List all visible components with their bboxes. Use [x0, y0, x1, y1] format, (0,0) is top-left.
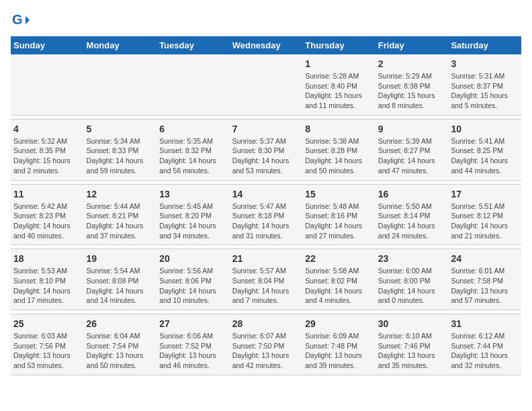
day-number: 11 [13, 189, 81, 199]
day-info: Sunrise: 5:41 AM Sunset: 8:25 PM Dayligh… [451, 136, 519, 176]
day-info: Sunrise: 5:34 AM Sunset: 8:33 PM Dayligh… [87, 136, 154, 176]
day-cell [230, 54, 303, 115]
day-cell: 13Sunrise: 5:45 AM Sunset: 8:20 PM Dayli… [157, 184, 230, 245]
day-info: Sunrise: 5:53 AM Sunset: 8:10 PM Dayligh… [13, 266, 81, 306]
day-info: Sunrise: 6:04 AM Sunset: 7:54 PM Dayligh… [87, 331, 154, 371]
day-number: 3 [451, 58, 519, 69]
day-info: Sunrise: 6:06 AM Sunset: 7:52 PM Dayligh… [159, 331, 227, 371]
day-cell: 25Sunrise: 6:03 AM Sunset: 7:56 PM Dayli… [11, 314, 84, 375]
day-info: Sunrise: 6:10 AM Sunset: 7:46 PM Dayligh… [378, 331, 446, 371]
day-number: 26 [87, 318, 154, 329]
day-cell: 27Sunrise: 6:06 AM Sunset: 7:52 PM Dayli… [157, 314, 230, 375]
day-info: Sunrise: 6:09 AM Sunset: 7:48 PM Dayligh… [305, 331, 373, 371]
day-info: Sunrise: 6:00 AM Sunset: 8:00 PM Dayligh… [378, 266, 446, 306]
day-number: 18 [13, 253, 81, 264]
day-cell: 19Sunrise: 5:54 AM Sunset: 8:08 PM Dayli… [84, 249, 157, 310]
day-number: 29 [305, 318, 373, 329]
day-cell: 10Sunrise: 5:41 AM Sunset: 8:25 PM Dayli… [448, 119, 521, 180]
day-number: 6 [159, 124, 227, 134]
day-cell: 7Sunrise: 5:37 AM Sunset: 8:30 PM Daylig… [230, 119, 303, 180]
header-day-sunday: Sunday [11, 36, 84, 54]
day-cell: 22Sunrise: 5:58 AM Sunset: 8:02 PM Dayli… [302, 249, 375, 310]
day-info: Sunrise: 5:35 AM Sunset: 8:32 PM Dayligh… [159, 136, 227, 176]
day-cell: 12Sunrise: 5:44 AM Sunset: 8:21 PM Dayli… [84, 184, 157, 245]
page-header: G [11, 11, 521, 30]
day-cell: 28Sunrise: 6:07 AM Sunset: 7:50 PM Dayli… [230, 314, 303, 375]
logo-icon: G [11, 11, 30, 30]
day-number: 20 [159, 253, 227, 264]
week-row-1: 1Sunrise: 5:28 AM Sunset: 8:40 PM Daylig… [11, 54, 521, 115]
day-info: Sunrise: 5:58 AM Sunset: 8:02 PM Dayligh… [305, 266, 373, 306]
day-info: Sunrise: 6:01 AM Sunset: 7:58 PM Dayligh… [451, 266, 519, 306]
header-day-wednesday: Wednesday [230, 36, 303, 54]
day-number: 4 [13, 124, 81, 134]
day-info: Sunrise: 5:50 AM Sunset: 8:14 PM Dayligh… [378, 201, 446, 241]
day-cell: 24Sunrise: 6:01 AM Sunset: 7:58 PM Dayli… [448, 249, 521, 310]
day-cell: 15Sunrise: 5:48 AM Sunset: 8:16 PM Dayli… [302, 184, 375, 245]
day-cell: 26Sunrise: 6:04 AM Sunset: 7:54 PM Dayli… [84, 314, 157, 375]
day-number: 1 [305, 58, 373, 69]
day-cell: 14Sunrise: 5:47 AM Sunset: 8:18 PM Dayli… [230, 184, 303, 245]
day-info: Sunrise: 5:54 AM Sunset: 8:08 PM Dayligh… [87, 266, 154, 306]
header-day-monday: Monday [84, 36, 157, 54]
day-info: Sunrise: 5:32 AM Sunset: 8:35 PM Dayligh… [13, 136, 81, 176]
day-cell: 9Sunrise: 5:39 AM Sunset: 8:27 PM Daylig… [375, 119, 449, 180]
day-info: Sunrise: 5:51 AM Sunset: 8:12 PM Dayligh… [451, 201, 519, 241]
header-day-tuesday: Tuesday [157, 36, 230, 54]
day-cell [84, 54, 157, 115]
day-cell: 4Sunrise: 5:32 AM Sunset: 8:35 PM Daylig… [11, 119, 84, 180]
day-info: Sunrise: 6:03 AM Sunset: 7:56 PM Dayligh… [13, 331, 81, 371]
day-number: 7 [232, 124, 300, 134]
day-cell: 16Sunrise: 5:50 AM Sunset: 8:14 PM Dayli… [375, 184, 449, 245]
day-number: 28 [232, 318, 300, 329]
day-cell: 11Sunrise: 5:42 AM Sunset: 8:23 PM Dayli… [11, 184, 84, 245]
day-info: Sunrise: 5:29 AM Sunset: 8:38 PM Dayligh… [378, 71, 446, 111]
day-cell: 8Sunrise: 5:38 AM Sunset: 8:28 PM Daylig… [302, 119, 375, 180]
day-number: 27 [159, 318, 227, 329]
day-info: Sunrise: 5:42 AM Sunset: 8:23 PM Dayligh… [13, 201, 81, 241]
day-info: Sunrise: 5:37 AM Sunset: 8:30 PM Dayligh… [232, 136, 300, 176]
day-number: 30 [378, 318, 446, 329]
day-number: 5 [87, 124, 154, 134]
day-number: 14 [232, 189, 300, 199]
day-cell: 29Sunrise: 6:09 AM Sunset: 7:48 PM Dayli… [302, 314, 375, 375]
day-info: Sunrise: 6:07 AM Sunset: 7:50 PM Dayligh… [232, 331, 300, 371]
day-info: Sunrise: 5:56 AM Sunset: 8:06 PM Dayligh… [159, 266, 227, 306]
day-number: 2 [378, 58, 446, 69]
day-info: Sunrise: 5:44 AM Sunset: 8:21 PM Dayligh… [87, 201, 154, 241]
day-cell: 5Sunrise: 5:34 AM Sunset: 8:33 PM Daylig… [84, 119, 157, 180]
day-number: 31 [451, 318, 519, 329]
day-info: Sunrise: 5:57 AM Sunset: 8:04 PM Dayligh… [232, 266, 300, 306]
day-info: Sunrise: 5:45 AM Sunset: 8:20 PM Dayligh… [159, 201, 227, 241]
day-cell: 3Sunrise: 5:31 AM Sunset: 8:37 PM Daylig… [448, 54, 521, 115]
day-number: 8 [305, 124, 373, 134]
day-info: Sunrise: 5:28 AM Sunset: 8:40 PM Dayligh… [305, 71, 373, 111]
day-info: Sunrise: 5:38 AM Sunset: 8:28 PM Dayligh… [305, 136, 373, 176]
header-day-thursday: Thursday [302, 36, 375, 54]
day-cell: 20Sunrise: 5:56 AM Sunset: 8:06 PM Dayli… [157, 249, 230, 310]
day-number: 23 [378, 253, 446, 264]
week-row-3: 11Sunrise: 5:42 AM Sunset: 8:23 PM Dayli… [11, 184, 521, 245]
day-number: 16 [378, 189, 446, 199]
day-cell: 30Sunrise: 6:10 AM Sunset: 7:46 PM Dayli… [375, 314, 449, 375]
day-number: 25 [13, 318, 81, 329]
day-cell [157, 54, 230, 115]
day-cell: 6Sunrise: 5:35 AM Sunset: 8:32 PM Daylig… [157, 119, 230, 180]
calendar-table: SundayMondayTuesdayWednesdayThursdayFrid… [11, 36, 521, 375]
svg-text:G: G [12, 12, 23, 27]
svg-marker-1 [26, 16, 30, 24]
week-row-5: 25Sunrise: 6:03 AM Sunset: 7:56 PM Dayli… [11, 314, 521, 375]
day-number: 17 [451, 189, 519, 199]
day-number: 15 [305, 189, 373, 199]
day-cell: 18Sunrise: 5:53 AM Sunset: 8:10 PM Dayli… [11, 249, 84, 310]
day-cell: 31Sunrise: 6:12 AM Sunset: 7:44 PM Dayli… [448, 314, 521, 375]
day-cell: 21Sunrise: 5:57 AM Sunset: 8:04 PM Dayli… [230, 249, 303, 310]
day-number: 21 [232, 253, 300, 264]
week-row-2: 4Sunrise: 5:32 AM Sunset: 8:35 PM Daylig… [11, 119, 521, 180]
day-number: 12 [87, 189, 154, 199]
day-cell: 2Sunrise: 5:29 AM Sunset: 8:38 PM Daylig… [375, 54, 449, 115]
header-day-saturday: Saturday [448, 36, 521, 54]
day-cell: 17Sunrise: 5:51 AM Sunset: 8:12 PM Dayli… [448, 184, 521, 245]
day-info: Sunrise: 5:48 AM Sunset: 8:16 PM Dayligh… [305, 201, 373, 241]
day-cell [11, 54, 84, 115]
